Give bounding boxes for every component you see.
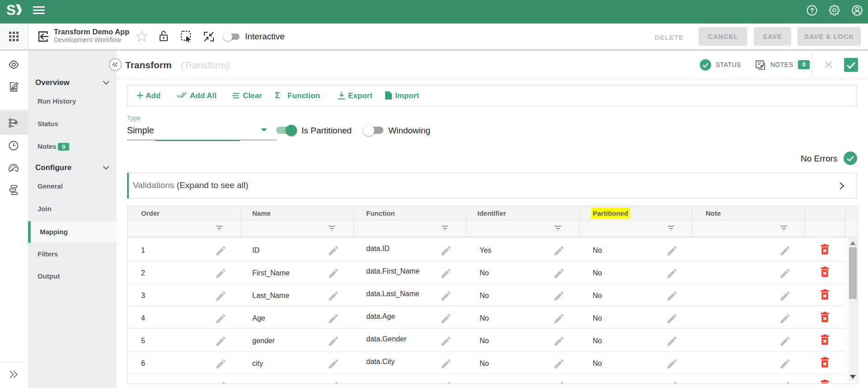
svg-text:S: S: [7, 4, 16, 15]
svg-text:?: ?: [810, 7, 814, 14]
